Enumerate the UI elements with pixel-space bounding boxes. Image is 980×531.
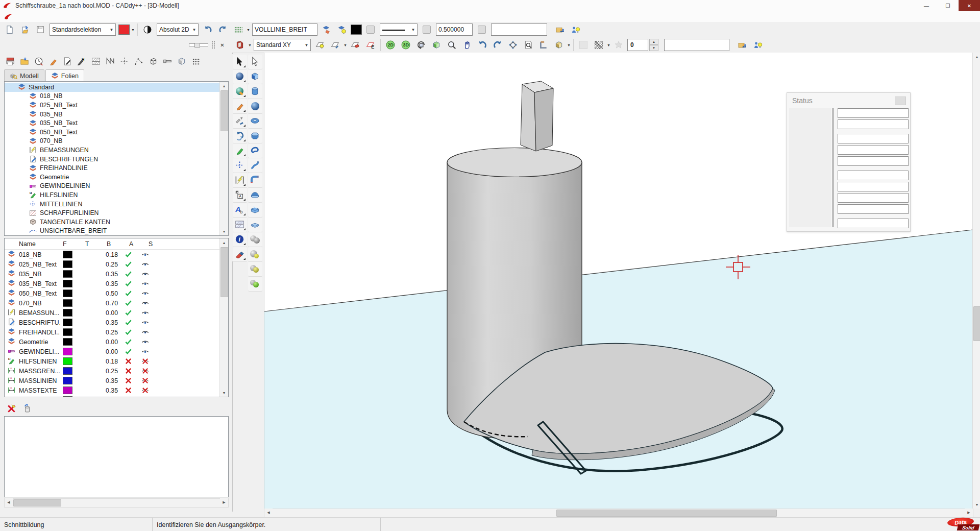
table-row-035-nb-text[interactable]: 035_NB_Text0.35: [5, 279, 228, 288]
plane-eraser-button[interactable]: [348, 38, 362, 52]
active-cross-icon[interactable]: [120, 357, 136, 365]
layer-color-swatch[interactable]: [63, 387, 72, 394]
zoom-window-button[interactable]: [445, 38, 459, 52]
draw-pencil-button[interactable]: [46, 55, 60, 68]
visible-eye-icon[interactable]: [136, 328, 154, 336]
tree-scroll-thumb[interactable]: [220, 90, 228, 131]
chevron-down-icon[interactable]: ▼: [190, 28, 198, 32]
coordinate-mode-combo[interactable]: Absolut 2D▼: [157, 23, 199, 36]
column-header-f[interactable]: F: [60, 240, 82, 248]
view-plane-combo[interactable]: Standard XY▼: [254, 39, 311, 51]
tree-item-bemassungen[interactable]: BEMASSUNGEN: [5, 146, 219, 155]
tree-item-standard[interactable]: Standard: [5, 83, 219, 92]
active-cross-icon[interactable]: [120, 367, 136, 375]
table-row-035-nb[interactable]: 035_NB0.35: [5, 269, 228, 279]
mode-2d-button[interactable]: 2D: [383, 38, 398, 52]
message-textarea[interactable]: [4, 416, 229, 497]
table-scroll-up-icon[interactable]: ▲: [220, 238, 228, 247]
iso-view-button[interactable]: [552, 38, 566, 52]
panel-resize-track[interactable]: [189, 43, 208, 46]
hatch-angle-value[interactable]: 0: [627, 39, 648, 51]
contrast-mode-button[interactable]: [140, 22, 155, 37]
active-check-icon[interactable]: [120, 299, 136, 307]
layer-color-swatch[interactable]: [63, 251, 72, 258]
active-color-button[interactable]: ▼: [117, 23, 135, 36]
visible-eye-icon[interactable]: [136, 319, 154, 326]
layer-color-swatch[interactable]: [63, 309, 72, 317]
tree-scroll-down-icon[interactable]: ▼: [220, 227, 228, 235]
plane-arrow-button[interactable]: [328, 38, 342, 52]
pencil-green-button[interactable]: [233, 143, 247, 158]
tree-item-hilfslinien[interactable]: HHILFSLINIEN: [5, 190, 219, 200]
bool-union-button[interactable]: [248, 232, 262, 247]
viewport-hscroll-thumb[interactable]: [556, 510, 777, 517]
panel-scroll-right-icon[interactable]: ▶: [220, 498, 228, 506]
dimension-frame-button[interactable]: A: [233, 188, 247, 202]
chevron-down-icon[interactable]: ▼: [567, 38, 571, 52]
prim-sweep-button[interactable]: [248, 158, 262, 173]
text-label-button[interactable]: Ab: [233, 203, 247, 217]
select-white-button[interactable]: [248, 55, 262, 69]
close-button[interactable]: ✕: [959, 0, 980, 11]
tree-item-035-nb-text[interactable]: 035_NB_Text: [5, 118, 219, 128]
blank-slot-button[interactable]: [576, 38, 591, 52]
pencil-h-button[interactable]: H: [75, 55, 88, 68]
layer-color-swatch[interactable]: [63, 367, 72, 375]
viewport-scroll-up-icon[interactable]: ▲: [973, 53, 980, 61]
table-scrollbar[interactable]: ▲ ▼: [219, 238, 228, 397]
visible-eye-icon[interactable]: [136, 280, 154, 287]
active-check-icon[interactable]: [120, 270, 136, 278]
layer-color-swatch[interactable]: [63, 280, 72, 287]
prim-cylinder-button[interactable]: [248, 84, 262, 99]
hatch-box-button[interactable]: [89, 55, 103, 68]
chevron-down-icon[interactable]: ▼: [606, 38, 611, 52]
hatch-angle-stepper[interactable]: 0▲▼: [627, 39, 658, 51]
active-check-icon[interactable]: [120, 309, 136, 317]
layer-apply-width-button[interactable]: [475, 22, 489, 37]
bool-common-button[interactable]: [248, 277, 262, 291]
column-header-b[interactable]: B: [104, 240, 126, 248]
document-icon[interactable]: [4, 14, 12, 20]
prim-dome-button[interactable]: [248, 188, 262, 202]
zoom-page-button[interactable]: [521, 38, 535, 52]
new-file-button[interactable]: [3, 22, 17, 37]
grid-snap-button[interactable]: [231, 22, 246, 37]
tools-pliers-button[interactable]: [233, 114, 247, 128]
table-scroll-thumb[interactable]: [220, 247, 228, 297]
layer-color-swatch[interactable]: [63, 270, 72, 278]
tree-item-unsichtbare-schmal[interactable]: UNSICHTBARE_SCHMAL: [5, 235, 219, 236]
visible-eye-icon[interactable]: [136, 338, 154, 346]
tree-item-070-nb[interactable]: 070_NB: [5, 137, 219, 146]
redo-button[interactable]: [216, 22, 230, 37]
team-folder-button[interactable]: [736, 38, 750, 52]
tree-item-018-nb[interactable]: 018_NB: [5, 92, 219, 101]
zoom-all-button[interactable]: [506, 38, 520, 52]
printer-button[interactable]: [4, 55, 17, 68]
user-bulb-button[interactable]: [569, 22, 583, 37]
tree-item-gewindelinien[interactable]: GEWINDELINIEN: [5, 182, 219, 191]
hatch-pattern-button[interactable]: [592, 38, 606, 52]
layer-color-swatch[interactable]: [63, 348, 72, 355]
column-header-name[interactable]: Name: [19, 240, 60, 248]
table-row-gewindeli-[interactable]: GEWINDELI...0.00: [5, 347, 228, 356]
selection-mode-combo[interactable]: Standardselektion▼: [50, 23, 116, 36]
wire-cube-button[interactable]: [146, 55, 160, 68]
layer-color-swatch[interactable]: [63, 396, 72, 397]
pan-hand-button[interactable]: [460, 38, 474, 52]
tree-item-beschriftungen[interactable]: BESCHRIFTUNGEN: [5, 155, 219, 164]
tree-item-schraffurlinien[interactable]: SCHRAFFURLINIEN: [5, 208, 219, 218]
plane-bulb-button[interactable]: [313, 38, 327, 52]
active-check-icon[interactable]: [120, 338, 136, 346]
visible-eye-icon[interactable]: [136, 299, 154, 307]
line-width-input[interactable]: 0.500000: [436, 23, 473, 36]
column-header-a[interactable]: A: [126, 240, 145, 248]
chevron-down-icon[interactable]: ▼: [409, 28, 417, 32]
viewport-scroll-down-icon[interactable]: ▼: [973, 500, 980, 509]
user-bulb-button[interactable]: [751, 38, 765, 52]
table-row-050-nb-text[interactable]: 050_NB_Text0.50: [5, 288, 228, 298]
layer-edit-button[interactable]: [320, 22, 334, 37]
visible-eye-icon[interactable]: [136, 260, 154, 268]
status-window-button[interactable]: [895, 96, 906, 105]
tree-item-mittellinien[interactable]: MITTELLINIEN: [5, 200, 219, 209]
folder-import-button[interactable]: [18, 55, 31, 68]
